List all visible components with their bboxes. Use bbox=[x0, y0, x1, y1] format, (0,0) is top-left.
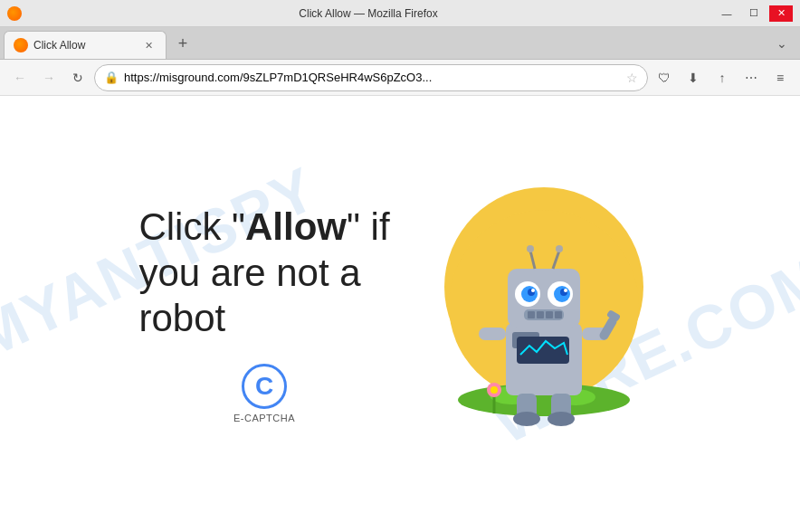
captcha-c-letter: C bbox=[255, 372, 273, 401]
titlebar: Click Allow — Mozilla Firefox — ☐ ✕ bbox=[0, 0, 800, 27]
svg-point-32 bbox=[548, 412, 575, 426]
svg-point-17 bbox=[527, 245, 534, 252]
active-tab[interactable]: Click Allow ✕ bbox=[4, 31, 167, 59]
window-title: Click Allow — Mozilla Firefox bbox=[22, 7, 715, 20]
content-inner: Click "Allow" if you are not a robot C E… bbox=[84, 151, 715, 477]
svg-point-35 bbox=[490, 386, 498, 394]
tabbar-end: ⌄ bbox=[767, 27, 796, 59]
back-button[interactable]: ← bbox=[7, 65, 33, 90]
captcha-icon: C bbox=[242, 364, 287, 409]
svg-point-19 bbox=[556, 245, 563, 252]
svg-rect-25 bbox=[479, 328, 506, 340]
svg-point-31 bbox=[513, 412, 540, 426]
text-line3: robot bbox=[138, 297, 225, 339]
robot-svg bbox=[426, 169, 662, 459]
tab-label: Click Allow bbox=[33, 39, 135, 52]
urlbar[interactable]: 🔒 https://misground.com/9sZLP7mD1QRSeHR4… bbox=[94, 64, 648, 91]
bookmark-star-icon[interactable]: ☆ bbox=[626, 71, 638, 85]
navbar: ← → ↻ 🔒 https://misground.com/9sZLP7mD1Q… bbox=[0, 60, 800, 96]
pocket-button[interactable]: 🛡 bbox=[652, 65, 677, 90]
share-button[interactable]: ↑ bbox=[710, 65, 735, 90]
menu-button[interactable]: ≡ bbox=[767, 65, 793, 90]
tabbar: Click Allow ✕ + ⌄ bbox=[0, 27, 800, 60]
new-tab-button[interactable]: + bbox=[170, 31, 195, 56]
forward-button[interactable]: → bbox=[36, 65, 62, 90]
svg-point-15 bbox=[564, 289, 567, 292]
svg-point-14 bbox=[531, 289, 535, 292]
text-before: Click "Allow" if bbox=[138, 205, 389, 248]
svg-rect-22 bbox=[537, 311, 544, 318]
allow-text: Allow bbox=[245, 205, 347, 248]
svg-rect-23 bbox=[546, 311, 553, 318]
close-button[interactable]: ✕ bbox=[769, 5, 793, 22]
svg-rect-24 bbox=[555, 311, 562, 318]
main-heading: Click "Allow" if you are not a robot bbox=[138, 204, 389, 341]
svg-rect-21 bbox=[528, 311, 535, 318]
main-content: MYANTISPY WARE.COM Click "Allow" if you … bbox=[0, 96, 800, 532]
tab-favicon-icon bbox=[14, 38, 28, 52]
robot-illustration bbox=[426, 169, 662, 459]
window-controls: — ☐ ✕ bbox=[715, 5, 793, 22]
text-section: Click "Allow" if you are not a robot C E… bbox=[138, 204, 389, 423]
captcha-label: E-CAPTCHA bbox=[233, 413, 295, 423]
navbar-action-icons: 🛡 ⬇ ↑ ⋯ ≡ bbox=[652, 65, 793, 90]
secure-icon: 🔒 bbox=[104, 71, 119, 84]
captcha-section: C E-CAPTCHA bbox=[138, 364, 389, 423]
download-button[interactable]: ⬇ bbox=[681, 65, 706, 90]
tabbar-spacer bbox=[199, 27, 767, 59]
minimize-button[interactable]: — bbox=[715, 5, 738, 22]
reload-button[interactable]: ↻ bbox=[65, 65, 90, 90]
maximize-button[interactable]: ☐ bbox=[742, 5, 766, 22]
url-text: https://misground.com/9sZLP7mD1QRSeHR4wS… bbox=[124, 71, 621, 84]
firefox-logo-icon bbox=[7, 6, 22, 21]
text-line2: you are not a bbox=[138, 252, 360, 294]
tabs-menu-button[interactable]: ⌄ bbox=[771, 33, 793, 54]
extensions-button[interactable]: ⋯ bbox=[738, 65, 764, 90]
tab-close-button[interactable]: ✕ bbox=[140, 37, 157, 53]
